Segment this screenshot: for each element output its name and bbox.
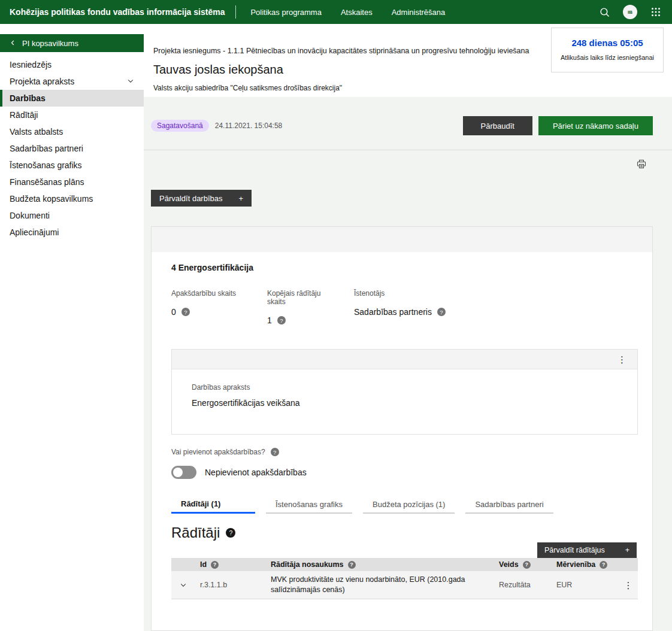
activity-card-header [152, 227, 652, 252]
status-badge: Sagatavošanā [151, 120, 209, 132]
help-icon[interactable]: ? [437, 308, 446, 316]
column-header-name: Rādītāja nosaukums ? [266, 558, 494, 571]
column-label: Id [200, 560, 207, 569]
description-value: Energosertifikācijas veikšana [192, 398, 617, 408]
plus-icon: + [625, 546, 629, 554]
app-screen: Kohēzijas politikas fondu vadības inform… [0, 0, 672, 631]
manage-indicators-button[interactable]: Pārvaldīt rādītājus + [537, 542, 637, 558]
sidebar-nav: Iesniedzējs Projekta apraksts Darbības R… [0, 56, 144, 241]
user-avatar[interactable]: IB [623, 5, 637, 19]
sidebar-item-label: Finansēšanas plāns [10, 177, 84, 187]
status-bar: Sagatavošanā 24.11.2021. 15:04:58 Pārbau… [144, 97, 672, 150]
nav-administresana[interactable]: Administrēšana [392, 8, 446, 17]
sidebar-item-apliecinajumi[interactable]: Apliecinājumi [0, 224, 144, 241]
help-icon[interactable]: ? [211, 561, 219, 569]
sidebar-item-iesniedzejs[interactable]: Iesniedzējs [0, 56, 144, 73]
sidebar-item-budzeta-kopsavilkums[interactable]: Budžeta kopsavilkums [0, 190, 144, 207]
sidebar-item-dokumenti[interactable]: Dokumenti [0, 207, 144, 224]
sidebar-item-raditaji[interactable]: Rādītāji [0, 107, 144, 123]
tab-sadarbibas-partneri[interactable]: Sadarbības partneri [465, 496, 553, 514]
stat-value: 0 [171, 307, 176, 317]
column-label: Mērvienība [556, 560, 595, 569]
manage-activities-label: Pārvaldīt darbības [159, 194, 223, 203]
sidebar-back-button[interactable]: PI kopsavilkums [0, 34, 144, 52]
activity-card: 4 Energosertifikācija Apakšdarbību skait… [151, 226, 653, 631]
manage-activities-button[interactable]: Pārvaldīt darbības + [151, 190, 252, 207]
help-icon[interactable]: ? [271, 448, 279, 456]
sidebar-item-sadarbibas-partneri[interactable]: Sadarbības partneri [0, 140, 144, 157]
help-icon[interactable]: ? [181, 308, 190, 316]
sidebar-item-projekta-apraksts[interactable]: Projekta apraksts [0, 73, 144, 90]
sidebar-item-label: Iesniedzējs [10, 60, 52, 69]
toggle-knob [173, 468, 183, 477]
table-row: r.3.1.1.b MVK produktivitāte uz vienu no… [171, 571, 638, 599]
sidebar-item-valsts-atbalsts[interactable]: Valsts atbalsts [0, 123, 144, 140]
activity-title: 4 Energosertifikācija [171, 263, 638, 272]
cell-indicator-name: MVK produktivitāte uz vienu nodarbināto,… [266, 571, 494, 599]
sidebar: PI kopsavilkums Iesniedzējs Projekta apr… [0, 24, 144, 631]
subactivities-toggle-row: Nepievienot apakšdarbības [171, 466, 638, 479]
sidebar-back-label: PI kopsavilkums [22, 39, 78, 48]
row-kebab-menu-icon[interactable]: ⋮ [620, 580, 637, 591]
tab-budzeta-pozicijas[interactable]: Budžeta pozīcijas (1) [363, 496, 455, 514]
activity-card-body: 4 Energosertifikācija Apakšdarbību skait… [152, 252, 652, 630]
chevron-down-icon [127, 77, 134, 86]
sidebar-item-darbibas[interactable]: Darbības [0, 90, 144, 107]
indicators-table: Id ? Rādītāja nosaukums ? Veids ? [171, 558, 638, 599]
help-icon[interactable]: ? [277, 316, 286, 324]
help-icon[interactable]: ? [226, 528, 235, 538]
activity-description-box: ⋮ Darbības apraksts Energosertifikācijas… [171, 349, 638, 435]
stat-value: Sadarbības partneris [354, 307, 432, 317]
help-icon[interactable]: ? [348, 561, 356, 569]
tab-istenosanas-grafiks[interactable]: Īstenošanas grafiks [266, 496, 352, 514]
column-header-id: Id ? [195, 558, 266, 571]
sidebar-item-label: Rādītāji [10, 110, 38, 120]
content-area: Sagatavošanā 24.11.2021. 15:04:58 Pārbau… [144, 97, 672, 631]
help-icon[interactable]: ? [523, 561, 531, 569]
sidebar-item-label: Dokumenti [10, 211, 50, 220]
expand-column-header [171, 562, 195, 567]
page-header: Projekta iesniegums - 1.1.1 Pētniecības … [144, 24, 672, 97]
breadcrumb: Projekta iesniegums - 1.1.1 Pētniecības … [153, 47, 540, 55]
column-label: Rādītāja nosaukums [271, 560, 344, 569]
stat-indicator-count: Kopējais rādītāju skaits 1 ? [267, 289, 325, 325]
sidebar-item-finansesanas-plans[interactable]: Finansēšanas plāns [0, 174, 144, 190]
topbar-divider [235, 5, 236, 19]
sidebar-item-label: Īstenošanas grafiks [10, 160, 82, 170]
cell-indicator-unit: EUR [552, 577, 619, 593]
app-title: Kohēzijas politikas fondu vadības inform… [0, 7, 225, 17]
nav-politikas-programma[interactable]: Politikas programma [250, 8, 322, 17]
check-button[interactable]: Pārbaudīt [463, 116, 532, 135]
tab-raditaji[interactable]: Rādītāji (1) [171, 496, 255, 514]
printer-icon[interactable] [636, 159, 647, 169]
chevron-left-icon [10, 39, 16, 48]
countdown-time: 248 dienas 05:05 [556, 38, 658, 48]
topbar-actions: IB [599, 5, 672, 19]
nav-atskaites[interactable]: Atskaites [341, 8, 373, 17]
deadline-countdown-box: 248 dienas 05:05 Atlikušais laiks līdz i… [551, 28, 664, 72]
print-row [144, 150, 672, 178]
sidebar-item-label: Apliecinājumi [10, 227, 59, 237]
row-expand-chevron-icon[interactable] [176, 581, 190, 588]
column-header-type: Veids ? [494, 558, 552, 571]
sidebar-item-label: Projekta apraksts [10, 77, 74, 86]
activity-tabs: Rādītāji (1) Īstenošanas grafiks Budžeta… [171, 496, 638, 514]
stat-implementer: Īstenotājs Sadarbības partneris ? [354, 289, 446, 325]
activity-stats: Apakšdarbību skaits 0 ? Kopējais rādītāj… [171, 289, 638, 325]
table-header-row: Id ? Rādītāja nosaukums ? Veids ? [171, 558, 638, 571]
stat-label: Kopējais rādītāju skaits [267, 289, 325, 306]
search-icon[interactable] [599, 7, 610, 17]
sidebar-item-label: Sadarbības partneri [10, 144, 83, 153]
description-label: Darbības apraksts [192, 383, 617, 392]
help-icon[interactable]: ? [600, 561, 607, 569]
subactivities-question-label: Vai pievienot apakšdarbības? [171, 448, 265, 456]
next-section-button[interactable]: Pāriet uz nākamo sadaļu [538, 116, 653, 135]
sidebar-item-label: Budžeta kopsavilkums [10, 194, 93, 204]
subactivities-toggle[interactable] [171, 466, 196, 479]
app-switcher-icon[interactable] [650, 7, 661, 17]
sidebar-item-istenosanas-grafiks[interactable]: Īstenošanas grafiks [0, 157, 144, 174]
topbar: Kohēzijas politikas fondu vadības inform… [0, 0, 672, 24]
subactivities-question: Vai pievienot apakšdarbības? ? [171, 448, 638, 456]
indicators-toolbar: Pārvaldīt rādītājus + [171, 542, 638, 558]
kebab-menu-icon[interactable]: ⋮ [614, 354, 630, 365]
